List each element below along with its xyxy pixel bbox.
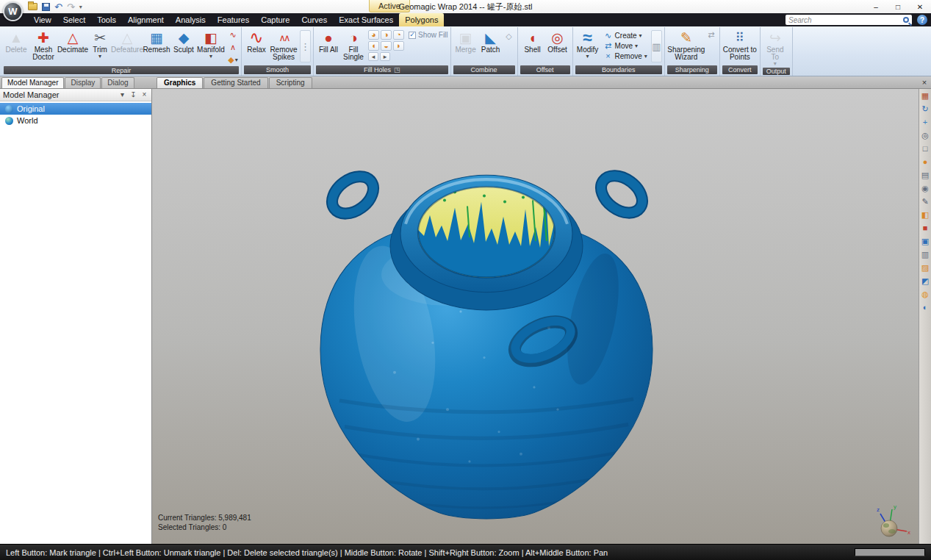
cube-view-icon[interactable]: ◩ — [921, 276, 930, 286]
relax-button[interactable]: Relax — [244, 28, 269, 54]
paint-bucket-icon[interactable]: ◧ — [921, 210, 930, 220]
search-box[interactable] — [786, 15, 912, 25]
view-tab-graphics[interactable]: Graphics — [157, 77, 203, 88]
flatten-tool-icon[interactable]: ∧ — [227, 42, 239, 53]
smooth-options-icon[interactable]: ⋮ — [300, 30, 311, 62]
tab-exact-surfaces[interactable]: Exact Surfaces — [333, 13, 399, 26]
tab-alignment[interactable]: Alignment — [122, 13, 170, 26]
zoom-window-icon[interactable]: □ — [921, 144, 930, 154]
view-tab-getting-started[interactable]: Getting Started — [204, 77, 267, 88]
spike-tool-icon[interactable]: ∿ — [227, 29, 239, 40]
defeature-button[interactable]: Defeature — [112, 28, 142, 54]
minimize-button[interactable]: – — [865, 0, 887, 13]
flat-mode-icon[interactable]: ◗ — [393, 41, 404, 51]
screen-capture-icon[interactable]: ▤ — [921, 170, 930, 180]
trim-button[interactable]: Trim ▾ — [87, 28, 112, 60]
offset-button[interactable]: Offset — [545, 28, 570, 54]
search-icon[interactable] — [903, 17, 909, 23]
panel-menu-icon[interactable]: ▾ — [118, 91, 126, 98]
tangent-mode-icon[interactable]: ◒ — [381, 41, 392, 51]
panel-tab-dialog[interactable]: Dialog — [101, 77, 134, 88]
boundaries-extra-icon[interactable]: ▥ — [651, 30, 662, 62]
modify-boundary-button[interactable]: Modify ▾ — [575, 28, 600, 60]
mesh-doctor-button[interactable]: Mesh Doctor — [29, 28, 58, 62]
bridge-mode-icon[interactable]: ◖ — [368, 41, 379, 51]
patch-button[interactable]: Patch — [478, 28, 503, 54]
fill-partial-icon[interactable]: ◑ — [381, 30, 392, 40]
previous-hole-button[interactable]: ◂ — [368, 52, 378, 61]
panel-tab-display[interactable]: Display — [65, 77, 101, 88]
tree-item-original[interactable]: Original — [0, 103, 151, 115]
reset-view-icon[interactable]: ↻ — [921, 104, 930, 114]
redo-icon[interactable]: ↷ — [67, 2, 75, 12]
pan-view-icon[interactable]: + — [921, 118, 930, 127]
convert-to-points-button[interactable]: Convert to Points — [722, 28, 758, 62]
remesh-button[interactable]: Remesh — [142, 28, 171, 54]
undo-icon[interactable]: ↶ — [54, 2, 62, 12]
annotate-icon[interactable]: ✎ — [921, 197, 930, 207]
close-button[interactable]: ✕ — [909, 0, 931, 13]
remove-spikes-button[interactable]: Remove Spikes — [269, 28, 298, 62]
show-fill-checkbox[interactable]: ✓ — [409, 32, 416, 39]
close-view-icon[interactable]: × — [920, 78, 929, 87]
material-icon[interactable]: ■ — [921, 223, 930, 233]
texture-icon[interactable]: ▨ — [921, 263, 930, 273]
application-window: W ↶ ↷ ▾ Active Geomagic Wrap 2014 -- 罐子-… — [0, 0, 931, 560]
panel-pin-icon[interactable]: ↧ — [129, 91, 137, 98]
tab-select[interactable]: Select — [57, 13, 92, 26]
search-input[interactable] — [788, 16, 903, 24]
view-tab-scripting[interactable]: Scripting — [269, 77, 312, 88]
delete-button[interactable]: Delete — [4, 28, 29, 54]
move-boundary-button[interactable]: Move ▾ — [602, 41, 650, 51]
tab-tools[interactable]: Tools — [91, 13, 122, 26]
fill-all-button[interactable]: Fill All — [316, 28, 341, 54]
tools-palette-icon[interactable]: ◆▾ — [227, 54, 239, 65]
panel-close-icon[interactable]: × — [140, 91, 148, 98]
window-layout-icon[interactable]: ▣ — [921, 237, 930, 246]
sphere-render-icon[interactable]: ◍ — [921, 290, 930, 299]
open-file-icon[interactable] — [28, 3, 37, 10]
merge-button[interactable]: Merge — [453, 28, 478, 54]
camera-icon[interactable]: ◉ — [921, 184, 930, 193]
save-icon[interactable] — [42, 3, 50, 11]
orientation-axes-widget[interactable]: z y x — [874, 502, 911, 540]
help-icon[interactable]: ? — [917, 15, 927, 25]
tab-analysis[interactable]: Analysis — [170, 13, 212, 26]
fill-holes-dialog-launcher-icon[interactable]: ◳ — [394, 66, 400, 73]
tree-item-world[interactable]: World — [0, 115, 151, 126]
tab-capture[interactable]: Capture — [255, 13, 295, 26]
show-fill-option[interactable]: ✓ Show Fill — [409, 31, 448, 39]
send-to-button[interactable]: Send To ▾ — [763, 28, 788, 67]
globe-view-icon[interactable]: ● — [921, 157, 930, 167]
decimate-button[interactable]: Decimate — [58, 28, 87, 54]
monitor-icon[interactable]: ▥ — [921, 250, 930, 259]
quick-access-toolbar: ↶ ↷ ▾ — [28, 2, 82, 12]
shell-button[interactable]: Shell — [520, 28, 545, 54]
fill-bridge-icon[interactable]: ◔ — [393, 30, 404, 40]
app-logo[interactable]: W — [3, 1, 23, 21]
sharpening-wizard-button[interactable]: Sharpening Wizard — [667, 28, 705, 62]
zoom-view-icon[interactable]: ◎ — [921, 131, 930, 140]
sculpt-button[interactable]: Sculpt — [171, 28, 196, 54]
modify-boundary-icon — [583, 29, 592, 46]
combine-extra-icon[interactable]: ◇ — [503, 31, 515, 42]
manifold-button[interactable]: Manifold ▾ — [196, 28, 226, 60]
shading-icon[interactable]: ◐ — [921, 303, 930, 312]
mesh-display-icon[interactable]: ▦ — [921, 91, 930, 101]
remove-boundary-button[interactable]: Remove ▾ — [602, 51, 650, 61]
create-boundary-button[interactable]: Create ▾ — [602, 31, 650, 40]
quick-access-dropdown-icon[interactable]: ▾ — [79, 4, 82, 10]
3d-scene[interactable] — [152, 89, 919, 544]
fill-complete-icon[interactable]: ◕ — [368, 30, 379, 40]
ribbon: Delete Mesh Doctor Decimate Trim ▾ — [0, 26, 931, 76]
tab-features[interactable]: Features — [212, 13, 255, 26]
tab-curves[interactable]: Curves — [295, 13, 333, 26]
tab-polygons[interactable]: Polygons — [399, 13, 444, 26]
maximize-button[interactable]: □ — [887, 0, 909, 13]
tab-view[interactable]: View — [28, 13, 57, 26]
next-hole-button[interactable]: ▸ — [380, 52, 390, 61]
sharpening-extra-icon[interactable]: ⇄ — [705, 29, 717, 40]
panel-tab-model-manager[interactable]: Model Manager — [1, 77, 64, 88]
graphics-viewport[interactable]: Current Triangles: 5,989,481 Selected Tr… — [152, 89, 919, 544]
fill-single-button[interactable]: Fill Single — [341, 28, 366, 62]
